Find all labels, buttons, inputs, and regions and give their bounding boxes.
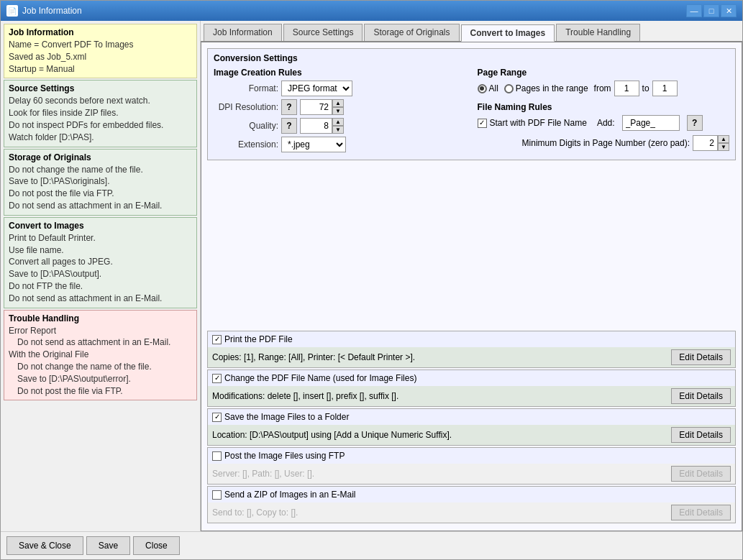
extension-label: Extension: xyxy=(214,139,278,150)
save-close-button[interactable]: Save & Close xyxy=(6,536,83,555)
range-from-input[interactable] xyxy=(614,81,639,96)
dpi-down-button[interactable]: ▼ xyxy=(332,107,344,115)
radio-pages-circle xyxy=(504,84,514,93)
print-pdf-edit-button[interactable]: Edit Details xyxy=(671,349,731,365)
trouble-line-2: Do not send as attachment in an E-Mail. xyxy=(9,336,192,349)
quality-input[interactable] xyxy=(300,118,332,134)
action-row-save-images: Save the Image Files to a Folder Locatio… xyxy=(207,408,736,446)
source-line-3: Do not inspect PDFs for embedded files. xyxy=(9,119,192,132)
min-digits-down-button[interactable]: ▼ xyxy=(718,143,729,151)
storage-line-2: Save to [D:\PAS\originals]. xyxy=(9,175,192,188)
file-naming-section: Start with PDF File Name Add: ? Minimum … xyxy=(478,115,730,151)
image-creation-rules-col: Image Creation Rules Format: JPEG format… xyxy=(214,68,466,155)
tab-convert-to-images[interactable]: Convert to Images xyxy=(461,24,555,42)
main-content: Job Information Name = Convert PDF To Im… xyxy=(1,21,742,531)
radio-all[interactable]: All xyxy=(478,83,498,93)
radio-pages[interactable]: Pages in the range xyxy=(504,83,588,93)
min-digits-input[interactable] xyxy=(693,135,718,151)
save-images-box xyxy=(212,413,222,422)
extension-select[interactable]: *.jpeg *.jpg xyxy=(281,137,346,152)
save-button[interactable]: Save xyxy=(86,536,130,555)
add-label: Add: xyxy=(597,118,615,128)
email-detail-text: Send to: [], Copy to: []. xyxy=(212,508,298,518)
action-row-email: Send a ZIP of Images in an E-Mail Send t… xyxy=(207,486,736,523)
dpi-help-button[interactable]: ? xyxy=(281,99,297,115)
radio-pages-label: Pages in the range xyxy=(516,83,588,93)
quality-up-button[interactable]: ▲ xyxy=(332,118,344,126)
change-name-header: Change the PDF File Name (used for Image… xyxy=(208,370,735,386)
left-job-info: Job Information Name = Convert PDF To Im… xyxy=(4,24,197,78)
email-box xyxy=(212,490,222,500)
change-name-checkbox[interactable]: Change the PDF File Name (used for Image… xyxy=(212,373,416,383)
change-name-edit-button[interactable]: Edit Details xyxy=(671,388,731,404)
email-edit-button[interactable]: Edit Details xyxy=(671,505,731,520)
trouble-line-6: Do not post the file via FTP. xyxy=(9,385,192,398)
extension-row: Extension: *.jpeg *.jpg xyxy=(214,137,466,152)
file-naming-help-button[interactable]: ? xyxy=(687,115,703,131)
ftp-label: Post the Image Files using FTP xyxy=(224,451,345,461)
quality-spinner-buttons: ▲ ▼ xyxy=(332,118,344,134)
radio-all-circle xyxy=(478,84,487,93)
tab-source-settings[interactable]: Source Settings xyxy=(283,24,363,41)
print-pdf-detail-text: Copies: [1], Range: [All], Printer: [< D… xyxy=(212,352,415,362)
print-pdf-box xyxy=(212,335,222,344)
change-name-detail-text: Modifications: delete [], insert [], pre… xyxy=(212,391,398,401)
image-creation-rules-title: Image Creation Rules xyxy=(214,68,466,78)
storage-line-3: Do not post the file via FTP. xyxy=(9,188,192,200)
format-select[interactable]: JPEG format PNG format TIFF format BMP f… xyxy=(281,81,352,96)
app-icon: 📄 xyxy=(6,5,18,17)
left-job-info-title: Job Information xyxy=(9,27,192,37)
convert-line-6: Do not send as attachment in an E-Mail. xyxy=(9,293,192,305)
save-images-label: Save the Image Files to a Folder xyxy=(224,412,349,422)
save-images-detail-text: Location: [D:\PAS\output] using [Add a U… xyxy=(212,430,452,440)
minimize-button[interactable]: — xyxy=(686,4,702,17)
range-to-input[interactable] xyxy=(652,81,678,96)
tab-storage-originals[interactable]: Storage of Originals xyxy=(364,24,459,41)
dpi-label: DPI Resolution: xyxy=(214,102,278,112)
quality-label: Quality: xyxy=(214,121,278,131)
ftp-edit-button[interactable]: Edit Details xyxy=(671,466,731,482)
add-value-input[interactable] xyxy=(622,115,680,131)
quality-down-button[interactable]: ▼ xyxy=(332,126,344,134)
convert-line-1: Print to Default Printer. xyxy=(9,232,192,244)
start-with-pdf-label: Start with PDF File Name xyxy=(490,118,587,128)
email-detail: Send to: [], Copy to: []. Edit Details xyxy=(208,502,735,523)
dpi-spinner-buttons: ▲ ▼ xyxy=(332,99,344,115)
ftp-checkbox[interactable]: Post the Image Files using FTP xyxy=(212,451,345,461)
close-button-bottom[interactable]: Close xyxy=(133,536,180,555)
quality-spinner: ▲ ▼ xyxy=(300,118,344,134)
left-source-title: Source Settings xyxy=(9,83,192,93)
ftp-box xyxy=(212,451,222,461)
change-name-label: Change the PDF File Name (used for Image… xyxy=(224,373,416,383)
source-line-2: Look for files inside ZIP files. xyxy=(9,107,192,119)
tab-trouble-handling[interactable]: Trouble Handling xyxy=(556,24,640,41)
job-info-line-2: Saved as Job_5.xml xyxy=(9,51,192,63)
left-trouble-title: Trouble Handling xyxy=(9,313,192,323)
email-checkbox[interactable]: Send a ZIP of Images in an E-Mail xyxy=(212,490,356,500)
save-images-checkbox[interactable]: Save the Image Files to a Folder xyxy=(212,412,349,422)
storage-line-4: Do not send as attachment in an E-Mail. xyxy=(9,200,192,212)
min-digits-spinner-buttons: ▲ ▼ xyxy=(718,135,729,151)
action-rows: Print the PDF File Copies: [1], Range: [… xyxy=(207,331,736,525)
action-row-print-pdf: Print the PDF File Copies: [1], Range: [… xyxy=(207,331,736,368)
close-button[interactable]: ✕ xyxy=(721,4,737,17)
convert-line-3: Convert all pages to JPEG. xyxy=(9,256,192,268)
tab-job-information[interactable]: Job Information xyxy=(204,24,282,41)
save-images-edit-button[interactable]: Edit Details xyxy=(671,427,731,443)
source-line-1: Delay 60 seconds before next watch. xyxy=(9,95,192,107)
start-with-pdf-checkbox[interactable]: Start with PDF File Name xyxy=(478,118,587,128)
left-storage-title: Storage of Originals xyxy=(9,152,192,162)
source-line-4: Watch folder [D:\PAS]. xyxy=(9,132,192,144)
conversion-settings-section: Conversion Settings Image Creation Rules… xyxy=(207,48,736,160)
dpi-input[interactable] xyxy=(300,99,332,115)
quality-help-button[interactable]: ? xyxy=(281,118,297,134)
maximize-button[interactable]: □ xyxy=(703,4,719,17)
from-label: from xyxy=(594,83,611,93)
title-bar-controls: — □ ✕ xyxy=(686,4,737,17)
dpi-up-button[interactable]: ▲ xyxy=(332,99,344,107)
dpi-row: DPI Resolution: ? ▲ ▼ xyxy=(214,99,466,115)
job-info-line-1: Name = Convert PDF To Images xyxy=(9,39,192,51)
print-pdf-checkbox[interactable]: Print the PDF File xyxy=(212,334,293,344)
min-digits-up-button[interactable]: ▲ xyxy=(718,135,729,143)
trouble-line-1: Error Report xyxy=(9,325,192,337)
